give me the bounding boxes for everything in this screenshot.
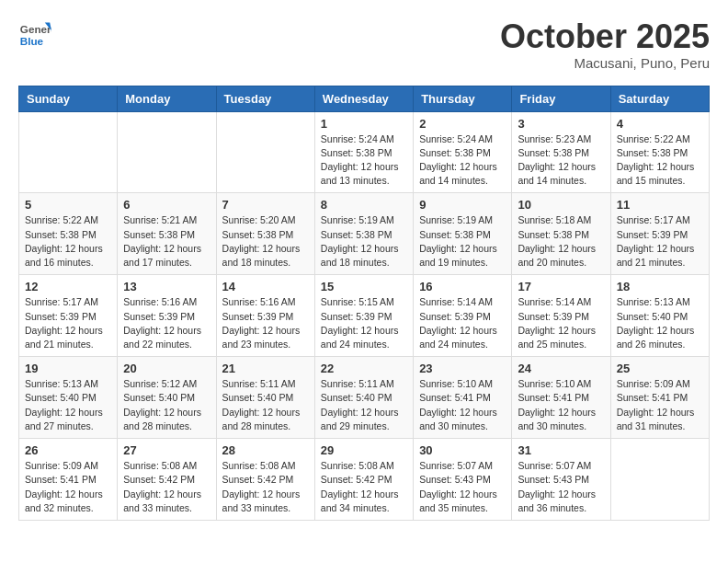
day-of-week-header: Tuesday	[216, 86, 314, 111]
calendar-cell: 19Sunrise: 5:13 AM Sunset: 5:40 PM Dayli…	[19, 357, 118, 439]
calendar-cell: 13Sunrise: 5:16 AM Sunset: 5:39 PM Dayli…	[118, 275, 216, 357]
day-number: 26	[25, 443, 111, 457]
calendar-cell: 25Sunrise: 5:09 AM Sunset: 5:41 PM Dayli…	[610, 357, 709, 439]
month-title: October 2025	[500, 18, 710, 55]
day-info: Sunrise: 5:09 AM Sunset: 5:41 PM Dayligh…	[617, 377, 703, 433]
day-info: Sunrise: 5:07 AM Sunset: 5:43 PM Dayligh…	[518, 459, 604, 515]
day-number: 13	[123, 280, 210, 293]
day-info: Sunrise: 5:11 AM Sunset: 5:40 PM Dayligh…	[321, 377, 407, 433]
day-number: 16	[419, 280, 506, 293]
day-number: 14	[222, 280, 309, 293]
calendar-cell: 30Sunrise: 5:07 AM Sunset: 5:43 PM Dayli…	[414, 439, 512, 521]
day-number: 12	[25, 280, 111, 293]
day-info: Sunrise: 5:15 AM Sunset: 5:39 PM Dayligh…	[321, 295, 407, 351]
calendar-cell: 10Sunrise: 5:18 AM Sunset: 5:38 PM Dayli…	[512, 193, 610, 275]
day-number: 8	[321, 198, 407, 212]
day-of-week-header: Friday	[512, 86, 610, 111]
day-number: 19	[25, 362, 111, 375]
day-number: 23	[419, 362, 506, 375]
calendar-cell	[610, 439, 709, 521]
day-info: Sunrise: 5:14 AM Sunset: 5:39 PM Dayligh…	[518, 295, 604, 351]
day-of-week-header: Sunday	[19, 86, 118, 111]
day-info: Sunrise: 5:13 AM Sunset: 5:40 PM Dayligh…	[25, 377, 111, 433]
calendar-cell: 7Sunrise: 5:20 AM Sunset: 5:38 PM Daylig…	[216, 193, 314, 275]
day-info: Sunrise: 5:20 AM Sunset: 5:38 PM Dayligh…	[222, 213, 309, 270]
day-info: Sunrise: 5:11 AM Sunset: 5:40 PM Dayligh…	[222, 377, 309, 433]
day-number: 27	[123, 443, 210, 457]
day-number: 29	[321, 443, 407, 457]
calendar-cell: 29Sunrise: 5:08 AM Sunset: 5:42 PM Dayli…	[314, 439, 413, 521]
day-number: 24	[518, 362, 604, 375]
day-info: Sunrise: 5:19 AM Sunset: 5:38 PM Dayligh…	[419, 213, 506, 270]
logo-icon: General Blue	[18, 18, 51, 52]
calendar-cell: 20Sunrise: 5:12 AM Sunset: 5:40 PM Dayli…	[118, 357, 216, 439]
day-number: 17	[518, 280, 604, 293]
day-info: Sunrise: 5:07 AM Sunset: 5:43 PM Dayligh…	[419, 459, 506, 515]
day-number: 21	[222, 362, 309, 375]
calendar-cell: 11Sunrise: 5:17 AM Sunset: 5:39 PM Dayli…	[610, 193, 709, 275]
calendar-cell: 3Sunrise: 5:23 AM Sunset: 5:38 PM Daylig…	[512, 111, 610, 193]
calendar-cell: 4Sunrise: 5:22 AM Sunset: 5:38 PM Daylig…	[610, 111, 709, 193]
logo: General Blue	[18, 18, 51, 52]
day-number: 10	[518, 198, 604, 212]
calendar-cell: 8Sunrise: 5:19 AM Sunset: 5:38 PM Daylig…	[314, 193, 413, 275]
day-number: 3	[518, 117, 604, 131]
calendar-cell: 1Sunrise: 5:24 AM Sunset: 5:38 PM Daylig…	[314, 111, 413, 193]
day-info: Sunrise: 5:16 AM Sunset: 5:39 PM Dayligh…	[222, 295, 309, 351]
calendar-cell	[118, 111, 216, 193]
calendar-cell	[216, 111, 314, 193]
calendar-cell: 2Sunrise: 5:24 AM Sunset: 5:38 PM Daylig…	[414, 111, 512, 193]
calendar-week-row: 26Sunrise: 5:09 AM Sunset: 5:41 PM Dayli…	[19, 439, 710, 521]
day-of-week-header: Thursday	[414, 86, 512, 111]
day-info: Sunrise: 5:10 AM Sunset: 5:41 PM Dayligh…	[419, 377, 506, 433]
day-number: 20	[123, 362, 210, 375]
day-number: 7	[222, 198, 309, 212]
day-number: 28	[222, 443, 309, 457]
day-info: Sunrise: 5:10 AM Sunset: 5:41 PM Dayligh…	[518, 377, 604, 433]
day-of-week-header: Monday	[118, 86, 216, 111]
calendar-cell: 28Sunrise: 5:08 AM Sunset: 5:42 PM Dayli…	[216, 439, 314, 521]
calendar-table: SundayMondayTuesdayWednesdayThursdayFrid…	[18, 86, 710, 521]
title-block: October 2025 Macusani, Puno, Peru	[500, 18, 710, 71]
calendar-cell: 26Sunrise: 5:09 AM Sunset: 5:41 PM Dayli…	[19, 439, 118, 521]
day-info: Sunrise: 5:17 AM Sunset: 5:39 PM Dayligh…	[617, 213, 703, 270]
calendar-cell: 5Sunrise: 5:22 AM Sunset: 5:38 PM Daylig…	[19, 193, 118, 275]
calendar-cell: 23Sunrise: 5:10 AM Sunset: 5:41 PM Dayli…	[414, 357, 512, 439]
calendar-cell: 22Sunrise: 5:11 AM Sunset: 5:40 PM Dayli…	[314, 357, 413, 439]
day-info: Sunrise: 5:18 AM Sunset: 5:38 PM Dayligh…	[518, 213, 604, 270]
day-info: Sunrise: 5:08 AM Sunset: 5:42 PM Dayligh…	[222, 459, 309, 515]
calendar-cell: 6Sunrise: 5:21 AM Sunset: 5:38 PM Daylig…	[118, 193, 216, 275]
calendar-week-row: 5Sunrise: 5:22 AM Sunset: 5:38 PM Daylig…	[19, 193, 710, 275]
day-info: Sunrise: 5:22 AM Sunset: 5:38 PM Dayligh…	[25, 213, 111, 270]
day-info: Sunrise: 5:12 AM Sunset: 5:40 PM Dayligh…	[123, 377, 210, 433]
location: Macusani, Puno, Peru	[500, 55, 710, 71]
day-info: Sunrise: 5:13 AM Sunset: 5:40 PM Dayligh…	[617, 295, 703, 351]
day-info: Sunrise: 5:22 AM Sunset: 5:38 PM Dayligh…	[617, 132, 703, 189]
day-info: Sunrise: 5:09 AM Sunset: 5:41 PM Dayligh…	[25, 459, 111, 515]
day-number: 11	[617, 198, 703, 212]
calendar-cell: 27Sunrise: 5:08 AM Sunset: 5:42 PM Dayli…	[118, 439, 216, 521]
day-info: Sunrise: 5:21 AM Sunset: 5:38 PM Dayligh…	[123, 213, 210, 270]
calendar-cell: 17Sunrise: 5:14 AM Sunset: 5:39 PM Dayli…	[512, 275, 610, 357]
svg-text:Blue: Blue	[20, 35, 44, 47]
calendar-cell: 21Sunrise: 5:11 AM Sunset: 5:40 PM Dayli…	[216, 357, 314, 439]
day-number: 31	[518, 443, 604, 457]
day-number: 30	[419, 443, 506, 457]
day-info: Sunrise: 5:23 AM Sunset: 5:38 PM Dayligh…	[518, 132, 604, 189]
day-number: 25	[617, 362, 703, 375]
day-number: 22	[321, 362, 407, 375]
day-of-week-header: Wednesday	[314, 86, 413, 111]
day-info: Sunrise: 5:08 AM Sunset: 5:42 PM Dayligh…	[321, 459, 407, 515]
calendar-cell: 31Sunrise: 5:07 AM Sunset: 5:43 PM Dayli…	[512, 439, 610, 521]
day-number: 5	[25, 198, 111, 212]
day-number: 6	[123, 198, 210, 212]
calendar-cell: 24Sunrise: 5:10 AM Sunset: 5:41 PM Dayli…	[512, 357, 610, 439]
day-number: 9	[419, 198, 506, 212]
calendar-week-row: 1Sunrise: 5:24 AM Sunset: 5:38 PM Daylig…	[19, 111, 710, 193]
calendar-week-row: 19Sunrise: 5:13 AM Sunset: 5:40 PM Dayli…	[19, 357, 710, 439]
calendar-cell: 16Sunrise: 5:14 AM Sunset: 5:39 PM Dayli…	[414, 275, 512, 357]
calendar-cell: 14Sunrise: 5:16 AM Sunset: 5:39 PM Dayli…	[216, 275, 314, 357]
day-number: 2	[419, 117, 506, 131]
day-number: 18	[617, 280, 703, 293]
day-info: Sunrise: 5:14 AM Sunset: 5:39 PM Dayligh…	[419, 295, 506, 351]
